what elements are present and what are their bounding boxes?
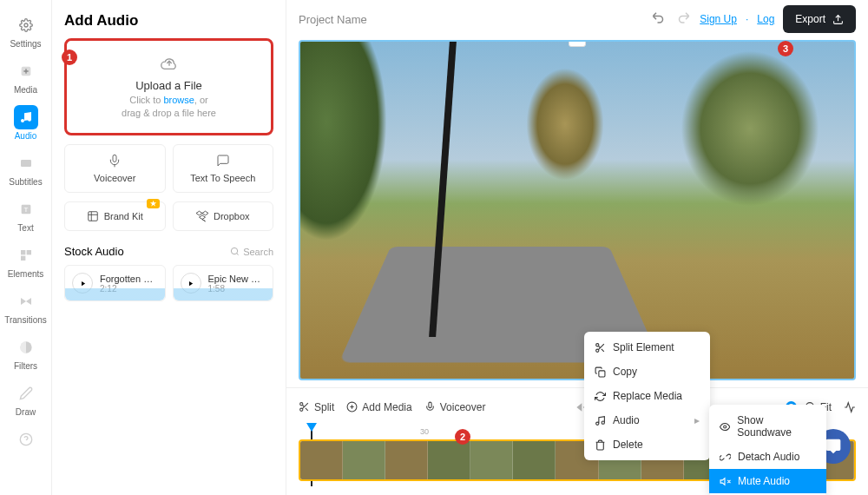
upload-dropzone[interactable]: Upload a File Click to browse, or drag &… (64, 38, 273, 135)
export-label: Export (795, 13, 825, 25)
rail-label: Draw (16, 407, 36, 417)
login-link[interactable]: Log (757, 13, 774, 25)
signup-link[interactable]: Sign Up (700, 13, 737, 25)
music-note-icon (14, 105, 38, 129)
mute-icon (720, 476, 731, 487)
svg-point-0 (24, 23, 28, 27)
card-label: Voiceover (94, 173, 135, 183)
stock-search[interactable]: Search (230, 247, 273, 257)
rail-media[interactable]: Media (0, 56, 51, 97)
mic-icon (108, 154, 122, 169)
menu-show-soundwave[interactable]: Show Soundwave (709, 408, 826, 445)
chat-icon (825, 438, 842, 455)
annotation-badge-3: 3 (778, 41, 793, 56)
rail-draw[interactable]: Draw (0, 379, 51, 419)
svg-rect-20 (599, 370, 605, 376)
gear-icon (14, 13, 38, 37)
export-button[interactable]: Export (783, 5, 856, 33)
stock-audio-item[interactable]: Epic New Wor 1:58 (173, 265, 274, 301)
rail-text[interactable]: T Text (0, 195, 51, 235)
scissors-icon (595, 342, 606, 353)
menu-copy[interactable]: Copy (584, 360, 710, 384)
elements-icon (14, 243, 38, 267)
dropbox-icon (196, 210, 208, 222)
brandkit-button[interactable]: ★ Brand Kit (64, 201, 166, 231)
tts-card[interactable]: Text To Speech (173, 144, 274, 193)
pencil-icon (14, 381, 38, 406)
stock-name: Epic New Wor (208, 274, 266, 284)
menu-audio[interactable]: Audio▸ (584, 408, 710, 432)
menu-mute-audio[interactable]: Mute Audio (709, 469, 826, 493)
svg-point-18 (596, 343, 599, 346)
rotate-handle-icon[interactable] (569, 40, 586, 47)
rail-label: Elements (8, 269, 44, 279)
mic-icon (424, 401, 436, 412)
copy-icon (595, 366, 606, 378)
audio-panel: Add Audio Upload a File Click to browse,… (52, 0, 286, 495)
project-title[interactable]: Project Name (299, 13, 642, 26)
stock-audio-item[interactable]: Forgotten Heroes 2:12 (64, 265, 166, 301)
rail-subtitles[interactable]: Subtitles (0, 148, 51, 189)
svg-rect-7 (21, 256, 25, 261)
waveform-toggle[interactable] (844, 401, 856, 413)
rail-filters[interactable]: Filters (0, 333, 51, 373)
stock-title: Stock Audio (64, 245, 124, 258)
button-label: Dropbox (214, 211, 250, 221)
waveform-icon (174, 288, 273, 300)
svg-point-12 (232, 248, 238, 254)
svg-point-14 (300, 408, 303, 411)
svg-text:T: T (23, 206, 28, 214)
side-rail: Settings Media Audio Subtitles T Text El… (0, 0, 52, 495)
undo-button[interactable] (651, 10, 667, 29)
rail-audio[interactable]: Audio (0, 102, 51, 143)
transitions-icon (14, 289, 38, 314)
rail-settings[interactable]: Settings (0, 10, 51, 51)
button-label: Brand Kit (104, 211, 143, 221)
svg-rect-11 (88, 212, 97, 221)
redo-button[interactable] (675, 10, 691, 29)
unlink-icon (720, 452, 731, 463)
dropbox-button[interactable]: Dropbox (173, 201, 274, 231)
menu-split-element[interactable]: Split Element (584, 335, 710, 360)
add-media-button[interactable]: Add Media (346, 401, 411, 413)
voiceover-card[interactable]: Voiceover (64, 144, 166, 193)
svg-point-21 (724, 425, 727, 427)
activity-icon (844, 401, 856, 413)
card-label: Text To Speech (190, 173, 255, 183)
svg-rect-2 (21, 160, 31, 167)
svg-rect-16 (429, 402, 431, 408)
waveform-icon (65, 288, 165, 300)
rail-label: Media (14, 85, 37, 95)
rail-elements[interactable]: Elements (0, 241, 51, 281)
voiceover-button[interactable]: Voiceover (424, 401, 486, 413)
scissors-icon (299, 401, 310, 412)
context-menu: Split Element Copy Replace Media Audio▸ … (584, 332, 710, 460)
rail-label: Subtitles (9, 177, 42, 187)
stock-name: Forgotten Heroes (100, 274, 158, 284)
chevron-right-icon: ▸ (694, 414, 700, 426)
svg-rect-5 (21, 250, 25, 254)
eye-icon (720, 421, 730, 432)
upload-title: Upload a File (135, 79, 202, 92)
plus-square-icon (14, 59, 38, 83)
text-icon: T (14, 197, 38, 221)
annotation-badge-2: 2 (455, 429, 470, 445)
subtitles-icon (14, 151, 38, 175)
plus-circle-icon (346, 401, 358, 412)
svg-point-13 (300, 403, 303, 406)
upload-icon (832, 14, 844, 25)
upload-subtitle: Click to browse, or (129, 95, 208, 105)
menu-replace-media[interactable]: Replace Media (584, 384, 710, 408)
help-icon (14, 427, 38, 452)
trash-icon (595, 439, 606, 451)
filters-icon (14, 335, 38, 360)
rail-help[interactable] (0, 425, 51, 454)
menu-delete[interactable]: Delete (584, 432, 710, 457)
rail-transitions[interactable]: Transitions (0, 287, 51, 327)
music-icon (595, 415, 606, 426)
refresh-icon (595, 391, 606, 402)
split-button[interactable]: Split (299, 401, 334, 413)
menu-detach-audio[interactable]: Detach Audio (709, 445, 826, 469)
video-preview[interactable] (299, 40, 856, 380)
rail-label: Settings (10, 39, 41, 49)
